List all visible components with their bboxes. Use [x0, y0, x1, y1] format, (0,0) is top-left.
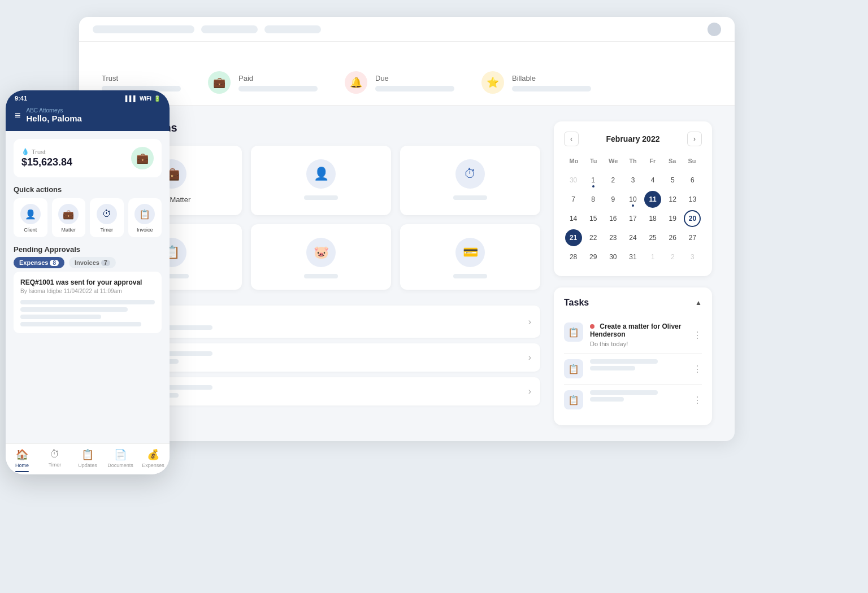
cal-cell-20[interactable]: 20 — [684, 210, 701, 227]
mobile-tabs: Expenses8 Invoices7 — [14, 257, 162, 268]
cal-cell-1[interactable]: 1 — [644, 248, 661, 265]
mobile-nav-timer[interactable]: ⏱ Timer — [38, 448, 71, 472]
cal-cell-9[interactable]: 9 — [605, 191, 622, 208]
cal-cell-29[interactable]: 29 — [585, 248, 602, 265]
tasks-collapse-button[interactable]: ▲ — [695, 299, 702, 307]
task-icon-1: 📋 — [564, 322, 583, 342]
mobile-qa-matter-label: Matter — [61, 227, 76, 233]
mobile-time: 9:41 — [15, 95, 27, 102]
mobile-nav-expenses[interactable]: 💰 Expenses — [137, 448, 170, 472]
cal-cell-31[interactable]: 31 — [624, 248, 641, 265]
qa-expense-icon: 💳 — [455, 238, 485, 267]
cal-grid: 3012345678910111213141516171819202122232… — [564, 171, 702, 266]
cal-cell-26[interactable]: 26 — [664, 229, 681, 246]
mobile-approval-item-1: REQ#1001 was sent for your approval By I… — [14, 272, 162, 333]
cal-day-we: We — [604, 155, 623, 167]
mobile-card: 9:41 ▌▌▌ WiFi 🔋 ≡ ABC Attorneys Hello, P… — [6, 90, 170, 474]
task-menu-button-3[interactable]: ⋮ — [693, 395, 702, 405]
cal-cell-3[interactable]: 3 — [624, 172, 641, 189]
mobile-qa-invoice-label: Invoice — [137, 227, 153, 233]
mobile-qa-invoice[interactable]: 📋 Invoice — [128, 198, 162, 237]
cal-cell-13[interactable]: 13 — [684, 191, 701, 208]
mobile-approvals-label: Pending Approvals — [14, 245, 162, 254]
cal-cell-28[interactable]: 28 — [565, 248, 582, 265]
cal-cell-16[interactable]: 16 — [605, 210, 622, 227]
cal-month-label: February 2022 — [606, 134, 660, 143]
mobile-trust-icon-circle: 💼 — [131, 147, 154, 169]
mobile-body: 💧 Trust $15,623.84 💼 Quick actions 👤 Cli… — [6, 131, 170, 443]
mobile-qa-invoice-icon: 📋 — [134, 204, 155, 224]
cal-next-button[interactable]: › — [687, 132, 702, 146]
task-menu-button-2[interactable]: ⋮ — [693, 364, 702, 374]
cal-cell-17[interactable]: 17 — [624, 210, 641, 227]
cal-cell-22[interactable]: 22 — [585, 229, 602, 246]
mobile-bottomnav: 🏠 Home ⏱ Timer 📋 Updates 📄 Documents 💰 E… — [6, 443, 170, 474]
cal-cell-25[interactable]: 25 — [644, 229, 661, 246]
approval-req-text: REQ#1001 was sent for your approval — [20, 278, 155, 286]
cal-cell-8[interactable]: 8 — [585, 191, 602, 208]
cal-cell-2[interactable]: 2 — [605, 172, 622, 189]
due-icon: 🔔 — [345, 71, 367, 94]
qa-new-client[interactable]: 👤 — [251, 146, 391, 215]
mobile-tab-invoices[interactable]: Invoices7 — [69, 257, 116, 268]
mobile-firm-name: ABC Attorneys — [27, 107, 160, 114]
qa-trust[interactable]: 🐷 — [251, 224, 391, 290]
tasks-header: Tasks ▲ — [564, 298, 702, 308]
qa-timer-bar — [453, 195, 487, 200]
cal-cell-14[interactable]: 14 — [565, 210, 582, 227]
mobile-menu-button[interactable]: ≡ — [15, 110, 21, 121]
cal-cell-18[interactable]: 18 — [644, 210, 661, 227]
topbar-pill-3 — [264, 25, 321, 33]
cal-cell-30[interactable]: 30 — [565, 172, 582, 189]
cal-cell-19[interactable]: 19 — [664, 210, 681, 227]
chevron-icon-1: › — [528, 317, 531, 327]
mobile-qa-timer[interactable]: ⏱ Timer — [90, 198, 124, 237]
stat-paid-bar — [238, 86, 318, 91]
stats-row: Trust 💼 Paid 🔔 Due — [102, 71, 712, 94]
task-bar-3b — [590, 397, 624, 402]
mobile-nav-updates[interactable]: 📋 Updates — [71, 448, 104, 472]
mobile-approvals-section: Pending Approvals Expenses8 Invoices7 RE… — [14, 245, 162, 333]
cal-cell-27[interactable]: 27 — [684, 229, 701, 246]
cal-cell-10[interactable]: 10 — [624, 191, 641, 208]
qa-trust-bar-2 — [304, 274, 338, 278]
cal-cell-7[interactable]: 7 — [565, 191, 582, 208]
cal-prev-button[interactable]: ‹ — [564, 132, 579, 146]
cal-cell-12[interactable]: 12 — [664, 191, 681, 208]
mobile-quick-grid: 👤 Client 💼 Matter ⏱ Timer 📋 Invoice — [14, 198, 162, 237]
cal-cell-21[interactable]: 21 — [565, 229, 582, 246]
qa-expense-bar — [453, 274, 487, 278]
cal-cell-24[interactable]: 24 — [624, 229, 641, 246]
mobile-nav-home[interactable]: 🏠 Home — [6, 448, 38, 472]
mobile-nav-timer-label: Timer — [49, 462, 62, 468]
task-menu-button-1[interactable]: ⋮ — [693, 330, 702, 341]
mobile-nav-documents[interactable]: 📄 Documents — [104, 448, 137, 472]
cal-cell-15[interactable]: 15 — [585, 210, 602, 227]
mobile-trust-label: 💧 Trust — [21, 148, 72, 155]
cal-cell-23[interactable]: 23 — [605, 229, 622, 246]
mobile-qa-client[interactable]: 👤 Client — [14, 198, 47, 237]
cal-cell-11[interactable]: 11 — [644, 191, 661, 208]
cal-day-su: Su — [682, 155, 702, 167]
cal-cell-30[interactable]: 30 — [605, 248, 622, 265]
billable-icon: ⭐ — [481, 71, 504, 94]
mobile-qa-timer-label: Timer — [100, 227, 113, 233]
stat-trust: Trust — [102, 74, 181, 91]
mobile-statusbar-right: ▌▌▌ WiFi 🔋 — [125, 95, 160, 102]
mobile-qa-matter[interactable]: 💼 Matter — [52, 198, 86, 237]
cal-cell-3[interactable]: 3 — [684, 248, 701, 265]
stat-trust-label: Trust — [102, 74, 181, 82]
stat-due: 🔔 Due — [345, 71, 454, 94]
cal-day-tu: Tu — [584, 155, 604, 167]
cal-cell-2[interactable]: 2 — [664, 248, 681, 265]
topbar-avatar — [708, 23, 721, 36]
cal-cell-6[interactable]: 6 — [684, 172, 701, 189]
qa-timer[interactable]: ⏱ — [400, 146, 540, 215]
cal-cell-4[interactable]: 4 — [644, 172, 661, 189]
qa-expense[interactable]: 💳 — [400, 224, 540, 290]
mobile-tab-expenses[interactable]: Expenses8 — [14, 257, 64, 268]
task-content-2 — [590, 359, 686, 370]
cal-cell-1[interactable]: 1 — [585, 172, 602, 189]
cal-cell-5[interactable]: 5 — [664, 172, 681, 189]
mobile-nav-expenses-label: Expenses — [142, 463, 164, 468]
